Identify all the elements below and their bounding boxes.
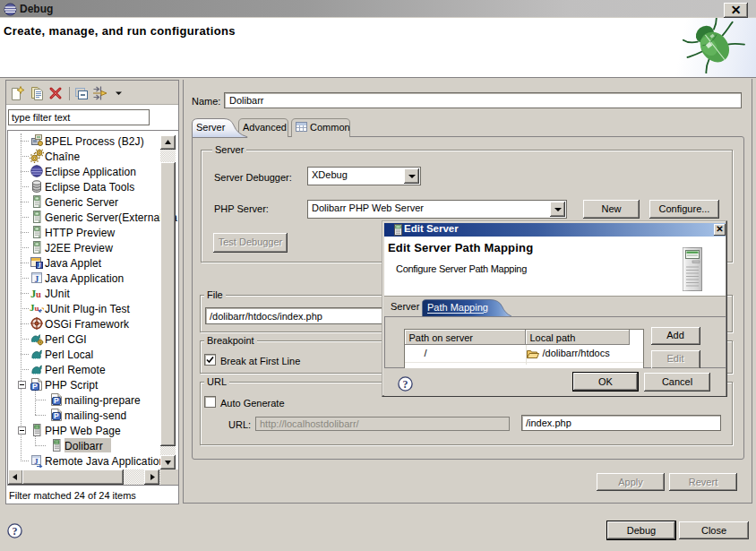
svg-text:Server: Server [196, 122, 226, 133]
svg-text:?: ? [403, 378, 408, 391]
svg-text:Path Mapping: Path Mapping [427, 302, 488, 313]
svg-text:?: ? [13, 525, 18, 538]
svg-text:Common: Common [310, 122, 350, 133]
svg-text:Server: Server [391, 301, 420, 312]
svg-text:Advanced: Advanced [243, 122, 287, 133]
